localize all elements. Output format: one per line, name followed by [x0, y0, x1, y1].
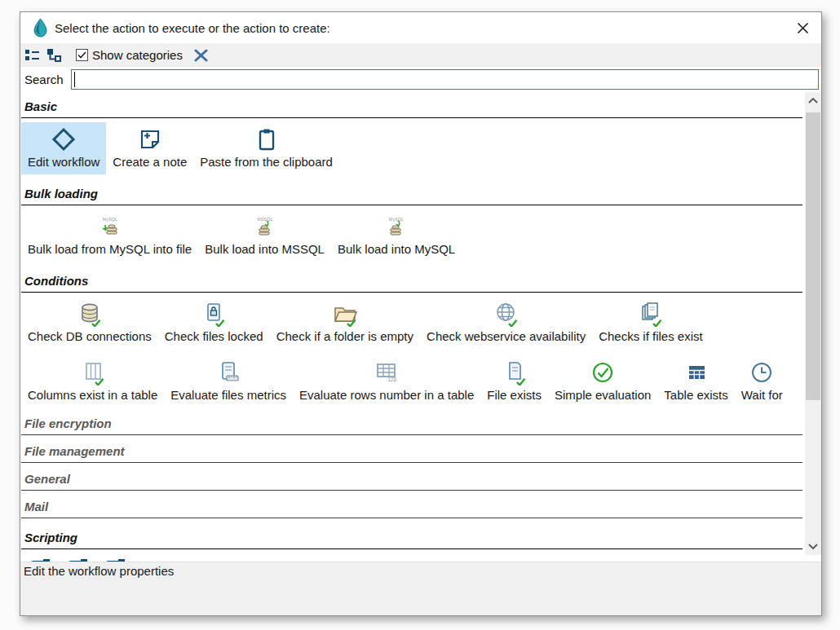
action-item[interactable]: Table exists — [657, 355, 734, 408]
action-item[interactable]: Check DB connections — [21, 297, 158, 349]
search-input[interactable] — [71, 69, 819, 90]
action-item[interactable]: Columns exist in a table — [21, 355, 164, 408]
action-item[interactable]: 123Evaluate rows number in a table — [293, 355, 480, 408]
action-item[interactable]: Create a note — [106, 122, 193, 174]
bulk-in-icon: MySQL — [378, 214, 414, 240]
category-rule — [21, 518, 802, 518]
category-rule — [21, 548, 802, 549]
show-categories-checkbox[interactable]: Show categories — [76, 48, 183, 62]
action-item-label: Wait for — [741, 387, 783, 403]
check-folder-empty-icon — [332, 301, 358, 327]
create-note-icon — [137, 126, 163, 152]
category-section: Conditions Check DB connections Check fi… — [21, 273, 802, 408]
category-section: General — [21, 471, 802, 491]
category-rule — [21, 117, 802, 118]
category-header: Scripting — [21, 530, 802, 546]
action-item[interactable]: Check webservice availability — [420, 297, 592, 349]
category-header: File management — [21, 443, 802, 460]
check-files-locked-icon — [201, 301, 227, 327]
evaluate-rows-number-icon: 123 — [374, 359, 400, 385]
action-item-label: Simple evaluation — [555, 387, 651, 403]
search-row: Search — [20, 67, 821, 92]
scroll-up-icon[interactable] — [805, 94, 821, 108]
action-item-label: Bulk load into MSSQL — [205, 241, 325, 258]
dialog-title: Select the action to execute or the acti… — [55, 21, 330, 35]
svg-text:123: 123 — [387, 377, 396, 382]
scrollbar-thumb[interactable] — [806, 112, 820, 400]
category-section: Bulk loadingMySQL Bulk load from MySQL i… — [21, 186, 802, 262]
tree-view-icon[interactable] — [46, 48, 61, 62]
selected-action-description: Edit the workflow properties — [20, 562, 821, 578]
columns-exist-icon — [80, 359, 106, 385]
action-item[interactable]: Check if a folder is empty — [270, 297, 420, 349]
action-item[interactable]: MSSQL Bulk load into MSSQL — [198, 209, 331, 262]
category-header: Conditions — [21, 273, 802, 289]
category-rule — [21, 462, 802, 463]
category-header: File encryption — [21, 416, 802, 432]
close-icon[interactable] — [795, 20, 810, 35]
bulk-in-icon: MSSQL — [247, 214, 283, 240]
action-item-label: Check DB connections — [28, 328, 152, 345]
category-items: Check DB connections Check files locked … — [21, 297, 802, 408]
category-items: Edit workflow Create a note Paste from t… — [21, 122, 802, 174]
action-item[interactable]: JS — [21, 553, 59, 562]
category-items: MySQL Bulk load from MySQL into fileMSSQ… — [21, 209, 802, 262]
category-rule — [21, 205, 802, 205]
action-item-label: Check files locked — [165, 328, 263, 345]
text-caret — [74, 72, 75, 87]
action-item[interactable]: Wait for — [735, 355, 789, 408]
action-item[interactable]: > — [59, 553, 96, 562]
paste-clipboard-icon — [254, 126, 280, 152]
status-panel: Edit the workflow properties — [20, 562, 821, 615]
category-rule — [21, 434, 802, 435]
check-webservice-icon — [493, 301, 519, 327]
category-section: Scripting JS > SQL — [21, 530, 802, 562]
edit-workflow-icon — [51, 126, 77, 152]
action-list[interactable]: Basic Edit workflow Create a note Paste … — [20, 92, 821, 562]
simple-evaluation-icon — [590, 359, 616, 385]
action-item-label: Table exists — [664, 387, 727, 403]
action-item[interactable]: MySQL Bulk load into MySQL — [331, 209, 462, 262]
show-categories-label: Show categories — [92, 48, 183, 62]
sql-script-icon: SQL — [103, 557, 127, 562]
action-item-label: Evaluate files metrics — [170, 387, 286, 403]
action-item-label: Create a note — [113, 154, 187, 170]
toolbar: Show categories — [20, 43, 821, 67]
checkbox-check-icon — [76, 49, 88, 61]
evaluate-files-metrics-icon — [215, 359, 241, 385]
category-header: Basic — [21, 99, 802, 115]
vertical-scrollbar[interactable] — [805, 92, 821, 555]
check-db-icon — [77, 301, 103, 327]
table-exists-icon — [683, 359, 710, 385]
action-item[interactable]: Paste from the clipboard — [193, 122, 339, 174]
action-item-label: Check if a folder is empty — [276, 328, 413, 345]
action-item-label: Paste from the clipboard — [200, 154, 333, 170]
svg-text:MySQL: MySQL — [389, 217, 404, 222]
svg-text:MSSQL: MSSQL — [257, 217, 272, 222]
shell-script-icon: > — [65, 557, 90, 562]
action-item[interactable]: Evaluate files metrics — [164, 355, 293, 408]
blue-x-icon[interactable] — [193, 48, 209, 62]
action-item[interactable]: Check files locked — [158, 297, 270, 349]
search-label: Search — [24, 73, 64, 86]
category-rule — [21, 292, 802, 293]
category-section: Basic Edit workflow Create a note Paste … — [21, 99, 802, 174]
list-view-icon[interactable] — [24, 48, 40, 62]
hop-droplet-icon — [32, 18, 48, 37]
category-section: File encryption — [21, 416, 802, 435]
action-item[interactable]: Checks if files exist — [592, 297, 710, 349]
category-header: Mail — [21, 499, 802, 515]
scroll-down-icon[interactable] — [805, 540, 821, 553]
action-item-label: Checks if files exist — [599, 328, 703, 345]
category-rule — [21, 490, 802, 491]
action-item[interactable]: Edit workflow — [21, 122, 106, 174]
action-item[interactable]: Simple evaluation — [548, 355, 657, 408]
action-select-dialog: Select the action to execute or the acti… — [20, 11, 822, 616]
action-item-label: Bulk load into MySQL — [338, 241, 455, 258]
action-item-label: Edit workflow — [28, 154, 99, 170]
action-item[interactable]: File exists — [480, 355, 548, 408]
js-script-icon: JS — [28, 557, 52, 562]
action-item[interactable]: MySQL Bulk load from MySQL into file — [21, 209, 198, 262]
action-item-label: Evaluate rows number in a table — [299, 387, 474, 403]
action-item[interactable]: SQL — [96, 553, 134, 562]
